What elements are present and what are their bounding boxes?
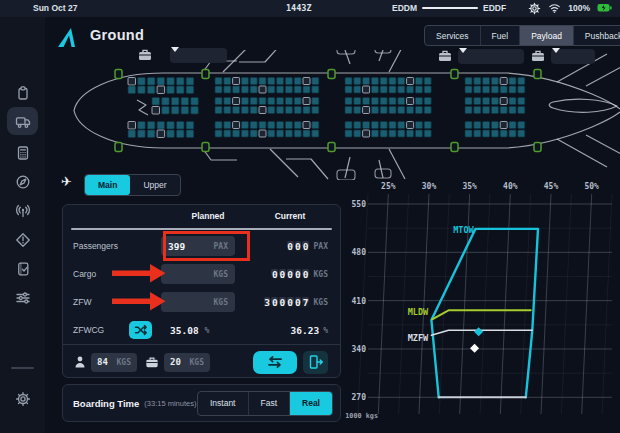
- sidebar-item-radio[interactable]: [7, 197, 38, 225]
- sidebar-item-options[interactable]: [7, 284, 38, 312]
- planned-unit: KGS: [214, 270, 228, 279]
- cargo-current-value: 00000 KGS: [271, 269, 328, 280]
- sidebar-item-alerts[interactable]: [7, 226, 38, 254]
- boarding-option-fast[interactable]: Fast: [248, 392, 290, 415]
- aircraft-seatmap[interactable]: [45, 50, 620, 180]
- svg-text:550: 550: [352, 200, 367, 209]
- zfwcg-current-value: 36.23 %: [291, 325, 328, 336]
- sidebar-item-checklist[interactable]: [7, 255, 38, 283]
- clipboard-icon: [15, 85, 31, 101]
- current-value: 00000: [271, 269, 310, 280]
- header-rule: [71, 228, 332, 230]
- sidebar: [0, 17, 45, 433]
- current-unit: KGS: [314, 298, 328, 307]
- sidebar-item-navigation[interactable]: [7, 168, 38, 196]
- sidebar-item-calculator[interactable]: [7, 139, 38, 167]
- cargo-hold-selector-aft[interactable]: [437, 48, 524, 64]
- payload-panel: Planned Current Passengers 399 PAX 000 P…: [62, 204, 341, 378]
- row-label: ZFW: [63, 297, 161, 307]
- svg-text:MLDW: MLDW: [408, 307, 429, 317]
- transfer-payload-button[interactable]: [253, 351, 297, 374]
- cargo-hold-value[interactable]: [458, 49, 524, 64]
- table-row-passengers: Passengers 399 PAX 000 PAX: [63, 232, 340, 260]
- pax-weight-input[interactable]: 84 KGS: [91, 353, 137, 372]
- tab-services[interactable]: Services: [425, 26, 480, 45]
- battery-icon: [597, 3, 612, 13]
- airline-logo-icon: [55, 26, 79, 49]
- bag-weight-value: 20: [170, 357, 181, 367]
- tab-fuel[interactable]: Fuel: [480, 26, 520, 45]
- compass-icon: [15, 174, 31, 190]
- row-label: Cargo: [63, 269, 161, 279]
- svg-text:340: 340: [352, 345, 367, 354]
- gear-icon[interactable]: [528, 2, 541, 15]
- boarding-option-real[interactable]: Real: [289, 392, 332, 415]
- doors-button[interactable]: [303, 351, 328, 374]
- passengers-planned-input[interactable]: 399 PAX: [161, 236, 235, 256]
- tab-deck-upper[interactable]: Upper: [130, 175, 179, 195]
- cargo-planned-input[interactable]: KGS: [161, 264, 235, 284]
- table-header: Planned Current: [63, 211, 340, 227]
- status-time: 1443Z: [286, 3, 312, 13]
- cargo-hold-selector-bulk[interactable]: [530, 48, 595, 64]
- table-row-zfwcg: ZFWCG 35.08 % 36.23 %: [63, 316, 340, 344]
- pax-weight-unit: KGS: [117, 358, 131, 367]
- status-date: Sun Oct 27: [33, 3, 77, 13]
- svg-text:410: 410: [352, 297, 367, 306]
- boarding-option-instant[interactable]: Instant: [198, 392, 248, 415]
- transfer-arrows-icon: [266, 355, 284, 369]
- column-current: Current: [246, 211, 334, 221]
- battery-percent: 100%: [568, 3, 590, 13]
- svg-text:270: 270: [352, 393, 367, 402]
- briefcase-icon: [144, 355, 160, 370]
- planned-unit: %: [205, 326, 210, 335]
- row-label: ZFWCG: [63, 325, 107, 335]
- row-label: Passengers: [63, 241, 161, 251]
- briefcase-icon: [437, 48, 453, 64]
- gear-icon: [15, 391, 31, 407]
- route-destination: EDDF: [483, 3, 506, 13]
- passengers-current-value: 000 PAX: [286, 241, 328, 252]
- svg-text:25%: 25%: [381, 182, 396, 191]
- sidebar-item-documents[interactable]: [7, 79, 38, 107]
- door-exit-icon: [308, 354, 324, 370]
- route-origin: EDDM: [392, 3, 417, 13]
- svg-text:480: 480: [352, 248, 367, 257]
- boarding-time-label: Boarding Time: [73, 398, 139, 409]
- current-value: 36.23: [291, 325, 320, 336]
- chevron-down-icon: [459, 48, 467, 53]
- tab-payload[interactable]: Payload: [519, 26, 573, 45]
- zfwcg-planned-value: 35.08 %: [170, 325, 209, 336]
- airplane-icon: ✈: [61, 174, 72, 189]
- planned-unit: PAX: [214, 242, 228, 251]
- unit-weights-row: 84 KGS 20 KGS: [63, 344, 340, 379]
- page-title: Ground: [90, 27, 144, 43]
- zfwcg-shuffle-toggle[interactable]: [129, 321, 152, 339]
- sliders-icon: [15, 290, 31, 306]
- cargo-hold-selector-fwd[interactable]: [137, 47, 227, 63]
- planned-value: 399: [168, 241, 185, 252]
- bag-weight-input[interactable]: 20 KGS: [164, 353, 210, 372]
- zfw-planned-input[interactable]: KGS: [161, 292, 235, 312]
- sidebar-item-ground-services[interactable]: [7, 107, 38, 135]
- table-row-cargo: Cargo KGS 00000 KGS: [63, 260, 340, 288]
- sidebar-divider: [11, 367, 34, 369]
- deck-tabs: Main Upper: [84, 174, 181, 196]
- boarding-speed-options: Instant Fast Real: [197, 391, 333, 416]
- svg-text:x 1000 kgs: x 1000 kgs: [345, 412, 378, 420]
- alert-diamond-icon: [15, 232, 31, 248]
- current-value: 300007: [263, 297, 309, 308]
- bag-weight-unit: KGS: [190, 358, 204, 367]
- status-icons: 100%: [528, 2, 612, 15]
- cg-envelope-chart: 25%30%35%40%45%50%550480410340270x 1000 …: [345, 178, 620, 433]
- tab-deck-main[interactable]: Main: [85, 175, 130, 195]
- svg-text:MZFW: MZFW: [408, 333, 429, 343]
- tab-pushback[interactable]: Pushback: [573, 26, 620, 45]
- planned-value: 35.08: [170, 325, 199, 336]
- current-value: 000: [286, 241, 309, 252]
- calculator-icon: [15, 145, 31, 161]
- chevron-down-icon: [552, 48, 560, 53]
- sidebar-item-settings[interactable]: [7, 385, 38, 413]
- svg-text:40%: 40%: [503, 182, 518, 191]
- boarding-duration: (33:15 minutes): [144, 399, 196, 408]
